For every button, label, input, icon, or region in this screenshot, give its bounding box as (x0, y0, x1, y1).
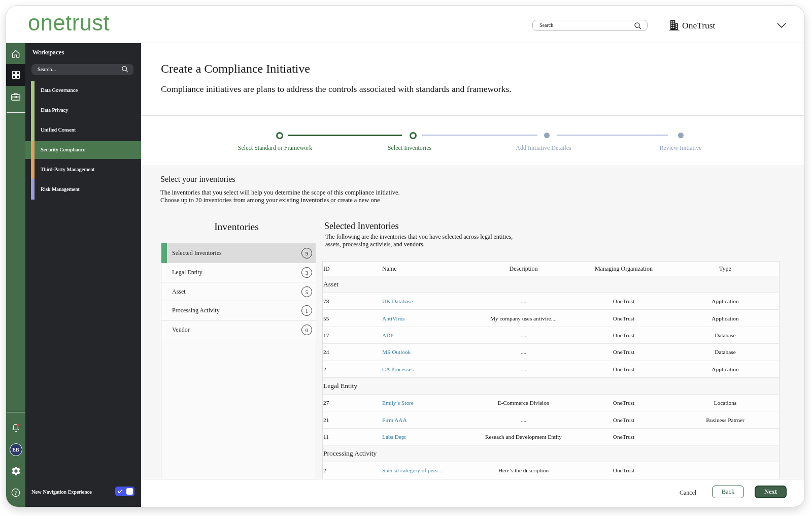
svg-text:?: ? (15, 489, 17, 495)
